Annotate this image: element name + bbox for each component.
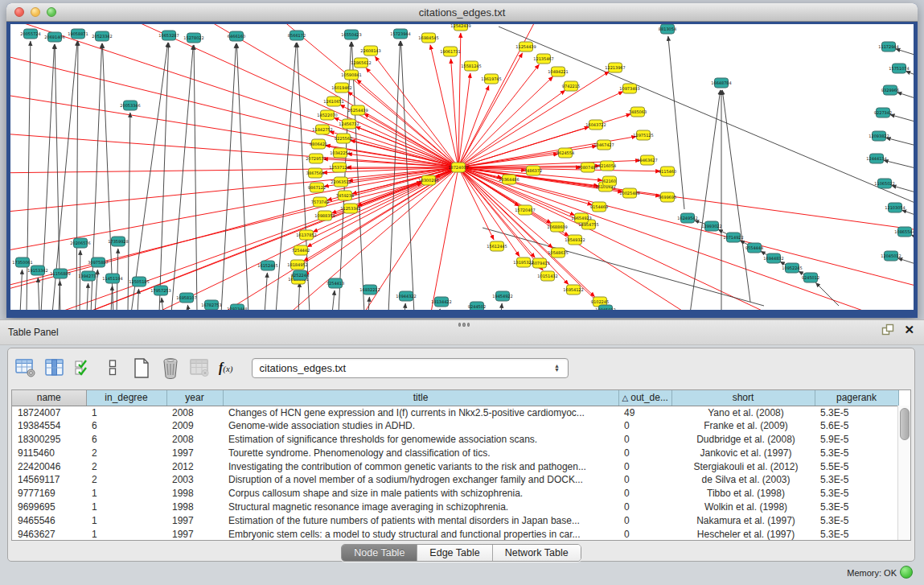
graph-edge[interactable] xyxy=(357,167,458,206)
graph-edge[interactable] xyxy=(91,43,102,310)
graph-node[interactable]: 20053346 xyxy=(120,101,140,110)
graph-node[interactable]: 62160 xyxy=(603,176,617,186)
graph-node[interactable]: 9742215 xyxy=(562,81,580,91)
cell-year[interactable]: 2008 xyxy=(166,406,223,419)
graph-edge[interactable] xyxy=(898,258,914,270)
cell-short[interactable]: Yano et al. (2008) xyxy=(671,406,815,419)
graph-node[interactable]: 12135467 xyxy=(533,54,553,64)
graph-edge[interactable] xyxy=(458,90,565,167)
graph-edge[interactable] xyxy=(458,73,470,167)
cell-out_degree[interactable]: 0 xyxy=(618,501,671,514)
cell-year[interactable]: 2008 xyxy=(166,433,223,447)
graph-node[interactable]: 13619745 xyxy=(481,74,501,84)
cell-name[interactable]: 9465546 xyxy=(12,513,86,527)
graph-edge[interactable] xyxy=(690,90,721,310)
graph-node[interactable]: 9225562 xyxy=(335,134,352,143)
graph-node[interactable]: 19454922 xyxy=(492,291,512,301)
column-header-short[interactable]: short xyxy=(671,390,815,406)
graph-node[interactable]: 9806421 xyxy=(310,139,327,149)
cell-pagerank[interactable]: 5.3E-5 xyxy=(815,446,898,459)
graph-node[interactable]: 10151432 xyxy=(537,271,557,281)
cell-title[interactable]: Corpus callosum shape and size in male p… xyxy=(223,487,618,501)
graph-node[interactable]: 17359928 xyxy=(108,237,128,246)
graph-edge[interactable] xyxy=(897,93,914,105)
cell-short[interactable]: Stergiakouli et al. (2012) xyxy=(671,459,815,473)
graph-node[interactable]: 10494221 xyxy=(548,67,568,76)
graph-node[interactable]: 10688609 xyxy=(547,222,567,232)
graph-node[interactable]: 20206576 xyxy=(70,238,90,248)
cell-out_degree[interactable]: 0 xyxy=(618,419,671,433)
cell-title[interactable]: Structural magnetic resonance image aver… xyxy=(223,501,618,514)
cell-year[interactable]: 2003 xyxy=(166,473,223,487)
graph-node[interactable]: 12923448 xyxy=(227,304,247,310)
cell-name[interactable]: 14569117 xyxy=(12,473,86,487)
memory-ok-indicator-icon[interactable] xyxy=(900,566,913,579)
column-header-out_degree[interactable]: △out_de... xyxy=(618,390,671,406)
graph-node[interactable]: 16550423 xyxy=(341,30,361,39)
graph-edge[interactable] xyxy=(458,167,914,290)
panel-resize-grip[interactable] xyxy=(458,323,470,326)
function-builder-icon[interactable]: f(x) xyxy=(219,360,233,375)
cell-name[interactable]: 19384554 xyxy=(12,419,86,433)
graph-node[interactable]: 13942737 xyxy=(78,271,98,281)
cell-pagerank[interactable]: 5.3E-5 xyxy=(815,473,898,487)
graph-node[interactable]: 9699695 xyxy=(659,192,676,202)
cell-pagerank[interactable]: 5.3E-5 xyxy=(815,501,898,514)
graph-node[interactable]: 7254442 xyxy=(292,245,310,255)
cell-year[interactable]: 1998 xyxy=(166,487,223,501)
column-header-name[interactable]: name xyxy=(12,390,86,406)
cell-name[interactable]: 22420046 xyxy=(12,459,86,473)
graph-node[interactable]: 10865544 xyxy=(894,227,914,237)
close-panel-icon[interactable]: ✕ xyxy=(904,323,914,336)
graph-node[interactable]: 13195322 xyxy=(513,257,533,267)
cell-in_degree[interactable]: 1 xyxy=(86,487,166,501)
graph-node[interactable]: 16954122 xyxy=(563,285,583,295)
graph-node[interactable]: 15723944 xyxy=(390,29,410,39)
graph-node[interactable]: 16043722 xyxy=(585,120,606,130)
float-panel-icon[interactable] xyxy=(881,323,894,336)
table-row[interactable]: 946362711997Embryonic stem cells: a mode… xyxy=(12,527,898,541)
network-canvas[interactable]: 1872400722608143128656121059084116019462… xyxy=(10,24,914,310)
graph-node[interactable]: 9329966 xyxy=(881,85,899,95)
table-settings-icon[interactable] xyxy=(14,357,36,379)
graph-node[interactable]: 10548635 xyxy=(548,248,568,257)
table-row[interactable]: 1872400712008Changes of HCN gene express… xyxy=(12,406,898,419)
graph-node[interactable]: 20691406 xyxy=(44,32,64,42)
graph-edge[interactable] xyxy=(458,72,609,167)
graph-edge[interactable] xyxy=(439,309,440,310)
cell-year[interactable]: 2012 xyxy=(166,459,223,473)
graph-node[interactable]: 16249542 xyxy=(677,213,697,223)
cell-pagerank[interactable]: 5.3E-5 xyxy=(815,487,898,501)
table-row[interactable]: 1456911722003Disruption of a novel membe… xyxy=(12,473,898,487)
graph-node[interactable]: 14522070 xyxy=(317,110,337,120)
graph-edge[interactable] xyxy=(815,282,839,306)
row-height-icon[interactable] xyxy=(101,357,123,379)
graph-edge[interactable] xyxy=(131,43,168,310)
graph-node[interactable]: 10590841 xyxy=(341,70,361,80)
cell-short[interactable]: de Silva et al. (2003) xyxy=(671,473,815,487)
graph-node[interactable]: 12213967 xyxy=(605,63,625,72)
graph-edge[interactable] xyxy=(351,42,364,310)
graph-edge[interactable] xyxy=(429,167,458,310)
zoom-window-button[interactable] xyxy=(47,7,56,17)
graph-node[interactable]: 16152445 xyxy=(257,261,277,270)
cell-short[interactable]: Franke et al. (2009) xyxy=(671,419,815,433)
cell-name[interactable]: 9463627 xyxy=(12,527,86,541)
cell-title[interactable]: Genome-wide association studies in ADHD. xyxy=(223,419,618,433)
cell-out_degree[interactable]: 0 xyxy=(618,513,671,527)
graph-node[interactable]: 15612445 xyxy=(487,241,507,251)
cell-out_degree[interactable]: 0 xyxy=(618,487,671,501)
graph-edge[interactable] xyxy=(236,43,248,310)
graph-edge[interactable] xyxy=(265,273,267,310)
tab-network-table[interactable]: Network Table xyxy=(493,545,581,561)
graph-node[interactable]: 16782753 xyxy=(201,300,221,310)
graph-edge[interactable] xyxy=(20,270,23,310)
graph-node[interactable]: 6466160 xyxy=(228,31,245,41)
column-header-pagerank[interactable]: pagerank xyxy=(815,390,898,406)
graph-node[interactable]: 7485063 xyxy=(629,107,647,117)
cell-title[interactable]: Changes of HCN gene expression and I(f) … xyxy=(223,406,618,419)
graph-edge[interactable] xyxy=(171,45,193,310)
graph-edge[interactable] xyxy=(405,303,405,310)
cell-pagerank[interactable]: 5.5E-5 xyxy=(815,459,898,473)
graph-node[interactable]: 9554444 xyxy=(745,243,763,253)
